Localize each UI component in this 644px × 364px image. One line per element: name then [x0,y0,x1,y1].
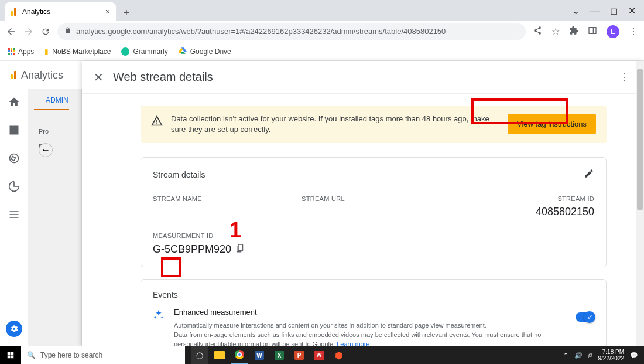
wifi-icon[interactable]: ⎙ [588,352,592,359]
measurement-id-label: MEASUREMENT ID [153,232,594,239]
tab-close-icon[interactable]: × [105,7,110,16]
start-button[interactable] [0,346,21,364]
view-tag-instructions-button[interactable]: View tag instructions [508,114,596,134]
share-icon[interactable] [533,26,542,38]
annotation-number-1: 1 [229,218,241,243]
warning-text: Data collection isn't active for your we… [171,114,499,135]
stream-url-label: STREAM URL [302,195,446,202]
taskbar-search[interactable]: 🔍 Type here to search [21,346,185,364]
tab-title: Analytics [22,8,50,16]
extensions-icon[interactable] [569,26,578,38]
search-icon: 🔍 [27,351,36,359]
window-controls: ⌄ — ◻ ✕ [572,0,644,21]
search-placeholder: Type here to search [40,351,102,359]
bookmark-nobs[interactable]: ▮NoBS Marketplace [44,47,111,56]
bookmark-grammarly[interactable]: Grammarly [121,47,167,56]
powerpoint-icon[interactable]: P [290,346,308,364]
events-heading: Events [153,290,594,300]
notifications-icon[interactable]: 💬 [630,352,638,359]
url-text: analytics.google.com/analytics/web/?auth… [76,27,446,36]
back-button[interactable] [6,26,16,37]
apps-bookmark[interactable]: Apps [8,47,34,56]
bookmarks-bar: Apps ▮NoBS Marketplace Grammarly Google … [0,42,644,61]
chevron-down-icon[interactable]: ⌄ [572,5,580,16]
events-card: Events Enhanced measurement Automaticall… [141,279,607,346]
address-bar-row: analytics.google.com/analytics/web/?auth… [0,21,644,42]
overlay-menu-icon[interactable]: ⋮ [619,72,632,83]
stream-details-heading: Stream details [153,170,205,179]
overlay-header: ✕ Web stream details ⋮ [82,61,644,94]
bookmark-gdrive[interactable]: Google Drive [179,46,231,56]
folder-icon: ▮ [44,47,49,56]
brave-icon[interactable]: ⬢ [330,346,348,364]
explorer-icon[interactable] [211,346,228,364]
copy-icon[interactable] [235,243,245,256]
close-window-icon[interactable]: ✕ [628,5,636,16]
learn-more-link[interactable]: Learn more [337,341,369,346]
forward-button[interactable] [23,26,34,37]
volume-icon[interactable]: 🔊 [574,352,583,359]
tray-chevron-icon[interactable]: ⌃ [563,352,568,359]
enhanced-measurement-toggle[interactable]: ✓ [576,312,594,322]
wps-icon[interactable]: W [310,346,328,364]
stream-id-value: 4085802150 [450,206,594,218]
stream-details-overlay: ✕ Web stream details ⋮ Data collection i… [82,61,644,346]
grammarly-icon [121,47,129,56]
sidepanel-icon[interactable] [588,26,597,38]
address-bar[interactable]: analytics.google.com/analytics/web/?auth… [57,23,526,40]
enhanced-desc-line1: Automatically measure interactions and c… [174,322,487,329]
overlay-title: Web stream details [113,70,213,84]
new-tab-button[interactable]: + [118,5,135,21]
close-overlay-button[interactable]: ✕ [94,70,104,84]
excel-icon[interactable]: X [270,346,288,364]
stream-id-label: STREAM ID [450,195,594,202]
gdrive-icon [179,46,187,56]
edit-pencil-icon[interactable] [584,168,594,181]
warning-banner: Data collection isn't active for your we… [141,106,607,143]
enhanced-measurement-title: Enhanced measurement [174,308,566,317]
stream-details-card: Stream details STREAM NAME STREAM URL ST… [141,157,607,267]
word-icon[interactable]: W [251,346,268,364]
maximize-icon[interactable]: ◻ [610,5,618,16]
analytics-favicon-icon [11,8,19,16]
measurement-id-value: G-5CB9PPM920 [153,243,231,256]
chrome-menu-icon[interactable]: ⋮ [629,26,638,37]
windows-taskbar: 🔍 Type here to search ◯ W X P W ⬢ ⌃ 🔊 ⎙ … [0,346,644,364]
apps-grid-icon [8,48,15,55]
taskbar-clock[interactable]: 7:18 PM 9/22/2022 [598,349,625,362]
star-icon[interactable]: ☆ [551,26,560,37]
warning-icon [151,115,163,129]
reload-button[interactable] [41,27,50,36]
browser-tabbar: Analytics × + ⌄ — ◻ ✕ [0,0,644,21]
sparkle-icon [153,309,165,323]
profile-avatar[interactable]: L [607,25,619,38]
lock-icon [64,27,71,36]
analytics-app: Analytics ADMIN Pro Pro ← ✕ Web stream d… [0,61,644,346]
vertical-scrollbar[interactable] [636,61,644,346]
minimize-icon[interactable]: — [590,5,600,16]
cortana-icon[interactable]: ◯ [191,346,208,364]
browser-tab[interactable]: Analytics × [5,2,116,21]
stream-name-label: STREAM NAME [153,195,297,202]
chrome-taskbar-icon[interactable] [231,346,248,364]
